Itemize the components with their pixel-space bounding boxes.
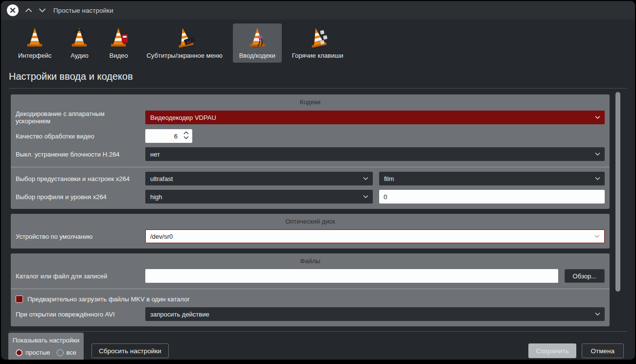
x264-profile-select[interactable]: high xyxy=(145,190,373,204)
tab-label: Горячие клавиши xyxy=(292,52,343,59)
chevron-down-icon xyxy=(595,177,600,181)
collapse-down-button[interactable] xyxy=(39,8,46,13)
browse-button[interactable]: Обзор... xyxy=(565,269,605,283)
show-settings-label: Показывать настройки xyxy=(13,337,80,344)
x264-profile-row: Выбор профиля и уровня x264 high xyxy=(16,190,605,204)
save-button[interactable]: Сохранить xyxy=(528,343,576,358)
optical-section-title: Оптический диск xyxy=(16,218,605,225)
optical-disc-section: Оптический диск Устройство по умолчанию … xyxy=(11,214,610,249)
hw-decoding-row: Декодирование с аппаратным ускорением Ви… xyxy=(16,110,605,125)
interface-icon xyxy=(23,26,46,48)
vertical-scrollbar-thumb[interactable] xyxy=(615,92,620,292)
quality-label: Качество обработки видео xyxy=(16,133,145,140)
tab-subtitles[interactable]: A» Субтитры/экранное меню xyxy=(140,23,228,63)
x264-tune-value: film xyxy=(384,175,394,182)
h264-deblocking-label: Выкл. устранение блочности H.264 xyxy=(16,151,145,158)
reset-settings-button[interactable]: Сбросить настройки xyxy=(91,343,169,358)
save-button-label: Сохранить xyxy=(536,347,568,355)
tab-video[interactable]: Видео xyxy=(101,23,136,63)
radio-all[interactable] xyxy=(57,349,64,356)
h264-deblocking-row: Выкл. устранение блочности H.264 нет xyxy=(16,147,605,161)
window-title: Простые настройки xyxy=(53,7,114,14)
tab-hotkeys[interactable]: Горячие клавиши xyxy=(286,23,350,63)
files-divider xyxy=(11,289,610,289)
show-settings-group: Показывать настройки простые все xyxy=(8,333,84,360)
h264-deblocking-value: нет xyxy=(150,151,160,158)
h264-deblocking-select[interactable]: нет xyxy=(145,147,605,161)
radio-simple-option[interactable]: простые xyxy=(16,349,50,356)
tab-input-codecs[interactable]: Ввод/кодеки xyxy=(233,23,282,63)
radio-all-option[interactable]: все xyxy=(57,349,77,356)
codecs-section: Кодеки Декодирование с аппаратным ускоре… xyxy=(11,94,610,209)
input-codecs-icon xyxy=(246,26,269,48)
browse-button-label: Обзор... xyxy=(573,273,596,280)
record-directory-input[interactable] xyxy=(145,269,558,283)
cancel-button[interactable]: Отмена xyxy=(582,343,624,358)
preferences-toolbar: Интерфейс Аудио Видео A» Субтитры/экранн… xyxy=(1,20,635,64)
reset-settings-label: Сбросить настройки xyxy=(99,347,161,355)
default-device-label: Устройство по умолчанию xyxy=(16,233,145,240)
cancel-button-label: Отмена xyxy=(591,347,614,355)
damaged-avi-value: запросить действие xyxy=(150,311,209,318)
close-icon xyxy=(10,7,16,13)
preferences-window: Простые настройки Интерфейс Аудио Видео xyxy=(1,1,635,360)
x264-preset-select[interactable]: ultrafast xyxy=(145,172,373,185)
damaged-avi-row: При открытии повреждённого AVI запросить… xyxy=(16,307,605,321)
radio-simple[interactable] xyxy=(16,349,23,356)
subtitles-icon: A» xyxy=(171,24,198,51)
tab-label: Ввод/кодеки xyxy=(239,52,275,59)
default-device-combobox[interactable]: /dev/sr0 xyxy=(145,229,605,243)
chevron-down-icon xyxy=(595,153,600,156)
spinner-arrows[interactable] xyxy=(183,131,189,139)
chevron-down-icon xyxy=(594,235,600,238)
x264-preset-label: Выбор предустановки и настроек x264 xyxy=(16,175,145,182)
mkv-preload-checkbox[interactable] xyxy=(16,296,23,303)
x264-level-input[interactable] xyxy=(379,190,605,204)
tab-label: Аудио xyxy=(70,52,89,59)
collapse-up-button[interactable] xyxy=(25,8,32,13)
footer: Показывать настройки простые все Сбросит… xyxy=(1,332,635,360)
settings-scroll-area: Кодеки Декодирование с аппаратным ускоре… xyxy=(1,89,635,326)
quality-spinner[interactable] xyxy=(145,129,192,143)
x264-preset-value: ultrafast xyxy=(150,175,173,182)
spin-down-icon xyxy=(183,136,189,139)
titlebar: Простые настройки xyxy=(1,1,635,20)
default-device-value: /dev/sr0 xyxy=(150,233,173,240)
x264-tune-select[interactable]: film xyxy=(379,172,605,185)
quality-row: Качество обработки видео xyxy=(16,129,605,143)
chevron-down-icon xyxy=(595,313,600,316)
tab-audio[interactable]: Аудио xyxy=(62,23,97,63)
record-directory-row: Каталог или файл для записей Обзор... xyxy=(16,269,605,283)
radio-all-label: все xyxy=(67,349,77,356)
codecs-section-title: Кодеки xyxy=(16,98,605,106)
chevron-up-icon xyxy=(25,8,32,13)
record-directory-label: Каталог или файл для записей xyxy=(16,273,145,280)
damaged-avi-select[interactable]: запросить действие xyxy=(145,307,605,321)
files-section: Файлы Каталог или файл для записей Обзор… xyxy=(11,253,610,326)
mkv-preload-row: Предварительно загрузить файлы MKV в оди… xyxy=(16,296,605,303)
chevron-down-icon xyxy=(39,8,46,13)
spin-up-icon xyxy=(183,131,189,135)
hotkeys-icon xyxy=(304,24,331,51)
mkv-preload-label: Предварительно загрузить файлы MKV в оди… xyxy=(27,296,190,303)
codecs-divider xyxy=(11,167,610,167)
close-button[interactable] xyxy=(7,4,19,16)
x264-preset-row: Выбор предустановки и настроек x264 ultr… xyxy=(16,172,605,185)
chevron-down-icon xyxy=(363,177,368,181)
chevron-down-icon xyxy=(363,195,368,199)
audio-icon xyxy=(68,26,91,48)
radio-simple-label: простые xyxy=(25,349,50,356)
tab-label: Видео xyxy=(109,52,128,59)
x264-profile-value: high xyxy=(150,193,162,201)
tab-interface[interactable]: Интерфейс xyxy=(12,23,58,63)
hw-decoding-label: Декодирование с аппаратным ускорением xyxy=(16,110,145,125)
hw-decoding-value: Видеодекодер VDPAU xyxy=(150,114,216,121)
x264-profile-label: Выбор профиля и уровня x264 xyxy=(16,193,145,201)
chevron-down-icon xyxy=(595,116,600,119)
page-title: Настройки ввода и кодеков xyxy=(9,71,635,82)
hw-decoding-select[interactable]: Видеодекодер VDPAU xyxy=(145,111,605,124)
damaged-avi-label: При открытии повреждённого AVI xyxy=(16,311,145,318)
video-icon xyxy=(107,26,130,48)
tab-label: Субтитры/экранное меню xyxy=(146,52,222,59)
tab-label: Интерфейс xyxy=(18,52,51,59)
